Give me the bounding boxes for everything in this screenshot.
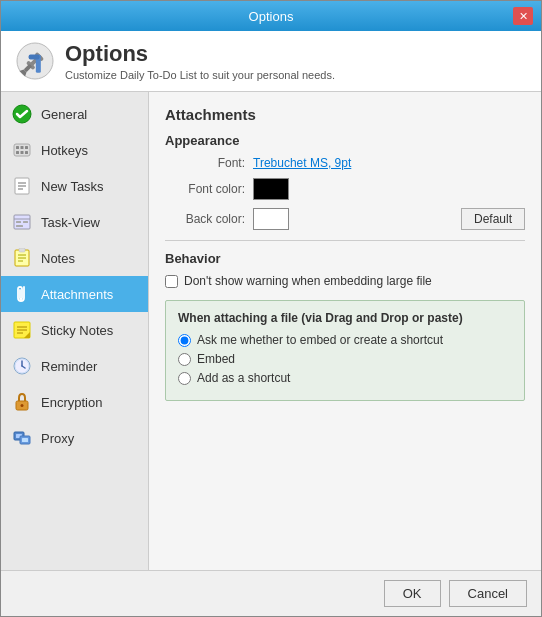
back-color-box[interactable] (253, 208, 289, 230)
behavior-section-label: Behavior (165, 251, 525, 266)
svg-rect-7 (29, 55, 40, 60)
svg-rect-22 (16, 221, 21, 223)
options-icon (15, 41, 55, 81)
font-value-link[interactable]: Trebuchet MS, 9pt (253, 156, 351, 170)
options-title: Options (65, 41, 335, 67)
font-color-row: Font color: (165, 178, 525, 200)
radio-embed-label: Embed (197, 352, 235, 366)
sidebar-item-task-view[interactable]: Task-View (1, 204, 148, 240)
warning-checkbox[interactable] (165, 275, 178, 288)
back-color-label: Back color: (165, 212, 245, 226)
svg-rect-12 (25, 146, 28, 149)
back-color-row: Back color: Default (165, 208, 525, 230)
sidebar-item-attachments[interactable]: Attachments (1, 276, 148, 312)
svg-rect-9 (14, 144, 30, 156)
svg-rect-24 (23, 221, 28, 223)
window-title: Options (29, 9, 513, 24)
options-subtitle: Customize Daily To-Do List to suit your … (65, 69, 335, 81)
ok-button[interactable]: OK (384, 580, 441, 607)
warning-checkbox-label: Don't show warning when embedding large … (184, 274, 432, 288)
header-section: Options Customize Daily To-Do List to su… (1, 31, 541, 92)
svg-rect-15 (25, 151, 28, 154)
radio-shortcut[interactable] (178, 372, 191, 385)
sticky-notes-icon (11, 319, 33, 341)
svg-rect-11 (21, 146, 24, 149)
svg-rect-29 (19, 248, 25, 252)
font-label: Font: (165, 156, 245, 170)
reminder-icon (11, 355, 33, 377)
sidebar-label-encryption: Encryption (41, 395, 102, 410)
sidebar-label-general: General (41, 107, 87, 122)
task-view-icon (11, 211, 33, 233)
proxy-icon (11, 427, 33, 449)
sidebar-label-sticky-notes: Sticky Notes (41, 323, 113, 338)
radio-row-ask: Ask me whether to embed or create a shor… (178, 333, 512, 347)
sidebar-item-sticky-notes[interactable]: Sticky Notes (1, 312, 148, 348)
sidebar-label-task-view: Task-View (41, 215, 100, 230)
divider-1 (165, 240, 525, 241)
sidebar-item-hotkeys[interactable]: Hotkeys (1, 132, 148, 168)
font-row: Font: Trebuchet MS, 9pt (165, 156, 525, 170)
radio-embed[interactable] (178, 353, 191, 366)
cancel-button[interactable]: Cancel (449, 580, 527, 607)
new-tasks-icon (11, 175, 33, 197)
appearance-section-label: Appearance (165, 133, 525, 148)
default-button[interactable]: Default (461, 208, 525, 230)
svg-rect-44 (22, 438, 28, 442)
check-icon (11, 103, 33, 125)
sidebar-item-new-tasks[interactable]: New Tasks (1, 168, 148, 204)
svg-point-40 (21, 404, 24, 407)
panel-title: Attachments (165, 106, 525, 123)
encryption-icon (11, 391, 33, 413)
sidebar-label-new-tasks: New Tasks (41, 179, 104, 194)
sidebar-label-attachments: Attachments (41, 287, 113, 302)
options-window: Options ✕ Options (0, 0, 542, 617)
attachments-icon (11, 283, 33, 305)
radio-ask-label: Ask me whether to embed or create a shor… (197, 333, 443, 347)
sidebar-item-notes[interactable]: Notes (1, 240, 148, 276)
sidebar-item-encryption[interactable]: Encryption (1, 384, 148, 420)
svg-rect-23 (16, 225, 23, 227)
close-button[interactable]: ✕ (513, 7, 533, 25)
main-panel: Attachments Appearance Font: Trebuchet M… (149, 92, 541, 570)
svg-rect-13 (16, 151, 19, 154)
radio-ask[interactable] (178, 334, 191, 347)
sidebar-label-reminder: Reminder (41, 359, 97, 374)
content-area: General Hotkeys (1, 92, 541, 570)
font-color-box[interactable] (253, 178, 289, 200)
drag-drop-section: When attaching a file (via Drag and Drop… (165, 300, 525, 401)
notes-icon (11, 247, 33, 269)
radio-shortcut-label: Add as a shortcut (197, 371, 290, 385)
svg-rect-10 (16, 146, 19, 149)
title-bar: Options ✕ (1, 1, 541, 31)
sidebar: General Hotkeys (1, 92, 149, 570)
font-color-label: Font color: (165, 182, 245, 196)
warning-checkbox-row: Don't show warning when embedding large … (165, 274, 525, 288)
sidebar-item-general[interactable]: General (1, 96, 148, 132)
svg-rect-14 (21, 151, 24, 154)
sidebar-label-proxy: Proxy (41, 431, 74, 446)
sidebar-label-notes: Notes (41, 251, 75, 266)
sidebar-label-hotkeys: Hotkeys (41, 143, 88, 158)
sidebar-item-proxy[interactable]: Proxy (1, 420, 148, 456)
footer: OK Cancel (1, 570, 541, 616)
drag-drop-title: When attaching a file (via Drag and Drop… (178, 311, 512, 325)
hotkeys-icon (11, 139, 33, 161)
radio-row-shortcut: Add as a shortcut (178, 371, 512, 385)
behavior-section: Behavior Don't show warning when embeddi… (165, 251, 525, 288)
radio-row-embed: Embed (178, 352, 512, 366)
sidebar-item-reminder[interactable]: Reminder (1, 348, 148, 384)
